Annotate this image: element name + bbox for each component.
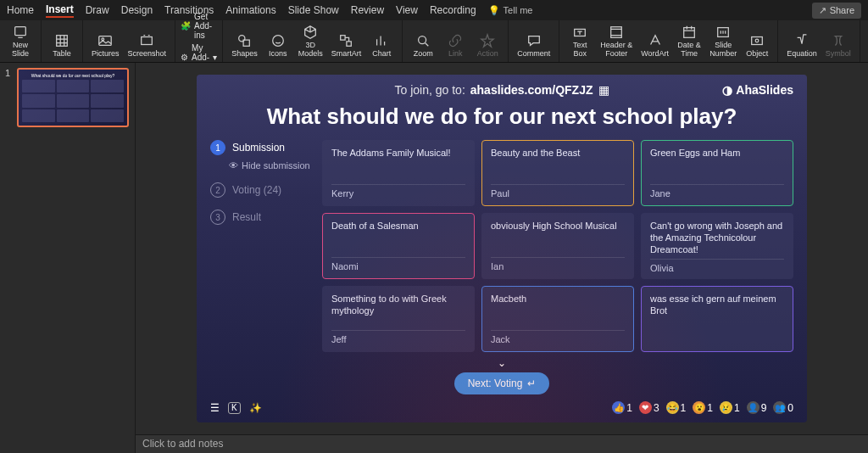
keyboard-icon[interactable]: K	[228, 402, 241, 414]
reaction-emoji: 😢	[720, 401, 732, 414]
menu-review[interactable]: Review	[351, 4, 384, 16]
svg-rect-4	[142, 37, 153, 45]
submission-card[interactable]: was esse ich gern auf meinem Brot	[641, 286, 793, 352]
screenshot-button[interactable]: Screenshot	[125, 31, 170, 60]
tell-me[interactable]: 💡 Tell me	[488, 5, 533, 16]
step-result[interactable]: 3Result	[210, 210, 312, 225]
reaction-count: 1	[626, 402, 632, 414]
next-voting-button[interactable]: Next: Voting ↵	[454, 372, 550, 394]
step-voting[interactable]: 2Voting (24)	[210, 182, 312, 198]
icons-button[interactable]: Icons	[263, 23, 293, 60]
reaction[interactable]: 👍1	[612, 401, 632, 414]
headerfooter-button[interactable]: Header & Footer	[597, 23, 636, 60]
submission-card[interactable]: Green Eggs and HamJane	[641, 140, 793, 206]
icons-icon	[270, 33, 286, 48]
get-addins-button[interactable]: 🧩Get Add-ins	[181, 12, 217, 40]
svg-rect-1	[57, 36, 68, 47]
slidenumber-button[interactable]: Slide Number	[706, 23, 740, 60]
svg-point-5	[239, 36, 245, 42]
submission-card[interactable]: Beauty and the BeastPaul	[481, 140, 634, 206]
reaction[interactable]: 😂1	[666, 401, 687, 414]
steps-sidebar: 1Submission 👁Hide submission 2Voting (24…	[210, 140, 312, 355]
equation-button[interactable]: Equation	[783, 31, 821, 60]
submission-card[interactable]: obviously High School MusicalIan	[481, 213, 634, 279]
textbox-icon	[572, 25, 587, 40]
qr-icon: ▦	[598, 83, 609, 97]
share-button[interactable]: ↗ Share	[812, 3, 861, 19]
wordart-button[interactable]: WordArt	[637, 23, 672, 60]
submission-author: Naomi	[331, 257, 465, 271]
reaction-count: 3	[654, 402, 659, 414]
submission-card[interactable]: The Addams Family Musical!Kerry	[322, 140, 475, 206]
reaction[interactable]: 👤9	[747, 401, 767, 414]
submission-text: was esse ich gern auf meinem Brot	[650, 294, 784, 317]
menu-insert[interactable]: Insert	[46, 3, 74, 18]
submission-card[interactable]: Can't go wrong with Joseph and the Amazi…	[641, 213, 793, 279]
chart-button[interactable]: Chart	[366, 23, 397, 60]
textbox-button[interactable]: Text Box	[565, 23, 595, 60]
slide-join-header: To join, go to: ahaslides.com/QFZJZ ▦ ◑ …	[197, 75, 807, 100]
submission-author: Kerry	[331, 184, 465, 199]
reaction-emoji: 😂	[666, 401, 679, 414]
submission-card[interactable]: MacbethJack	[481, 286, 634, 352]
svg-point-16	[755, 39, 759, 42]
menu-animations[interactable]: Animations	[225, 4, 275, 16]
reaction[interactable]: ❤3	[639, 401, 659, 414]
submission-card[interactable]: Something to do with Greek mythologyJeff	[322, 286, 475, 352]
link-button: Link	[440, 31, 470, 60]
table-button[interactable]: Table	[47, 31, 77, 60]
object-button[interactable]: Object	[742, 23, 772, 60]
hide-submission-button[interactable]: 👁Hide submission	[229, 160, 312, 171]
slide-thumbnail-1[interactable]: What should we do for our next school pl…	[17, 68, 129, 127]
reaction[interactable]: 😮1	[693, 401, 713, 414]
zoom-button[interactable]: Zoom	[408, 31, 438, 60]
svg-point-7	[272, 36, 283, 47]
ribbon: New Slide Table Pictures Screenshot 🧩Get…	[0, 20, 868, 63]
sparkle-icon[interactable]: ✨	[249, 402, 262, 414]
svg-rect-15	[752, 37, 763, 45]
bulb-icon: 💡	[488, 5, 500, 16]
submission-author: Paul	[491, 184, 625, 199]
notes-pane[interactable]: Click to add notes	[136, 434, 868, 453]
svg-point-10	[419, 36, 426, 44]
symbol-icon	[831, 33, 846, 48]
3d-models-button[interactable]: 3D Models	[295, 23, 326, 60]
datetime-button[interactable]: Date & Time	[674, 23, 704, 60]
submission-text: Macbeth	[491, 294, 625, 305]
menu-icon[interactable]: ☰	[210, 402, 220, 414]
object-icon	[749, 33, 765, 48]
reaction-count: 9	[761, 402, 767, 414]
reaction[interactable]: 👥0	[773, 401, 793, 414]
reaction-emoji: 👥	[773, 401, 786, 414]
chart-icon	[374, 33, 389, 48]
menu-design[interactable]: Design	[121, 4, 153, 16]
chevron-down-icon: ▾	[213, 53, 217, 62]
menu-view[interactable]: View	[396, 4, 418, 16]
smartart-button[interactable]: SmartArt	[328, 23, 365, 60]
svg-rect-13	[684, 28, 695, 38]
new-slide-button[interactable]: New Slide	[5, 23, 36, 60]
slide-thumbnails-panel[interactable]: 1 What should we do for our next school …	[0, 63, 136, 453]
pictures-button[interactable]: Pictures	[88, 31, 123, 60]
slidenumber-icon	[715, 25, 731, 40]
menu-slideshow[interactable]: Slide Show	[288, 4, 339, 16]
svg-rect-12	[611, 27, 622, 38]
menu-home[interactable]: Home	[7, 4, 34, 16]
reaction[interactable]: 😢1	[720, 401, 740, 414]
action-icon	[480, 33, 495, 48]
submission-text: Can't go wrong with Joseph and the Amazi…	[650, 221, 784, 255]
step-submission[interactable]: 1Submission	[210, 140, 312, 155]
svg-point-3	[102, 38, 104, 41]
slide-title: What should we do for our next school pl…	[197, 100, 807, 140]
submission-card[interactable]: Death of a SalesmanNaomi	[322, 213, 475, 279]
comment-button[interactable]: Comment	[514, 31, 554, 60]
expand-chevron[interactable]: ⌄	[197, 357, 807, 369]
ahaslides-logo: ◑ AhaSlides	[722, 83, 793, 97]
slide-canvas[interactable]: To join, go to: ahaslides.com/QFZJZ ▦ ◑ …	[197, 75, 807, 422]
pictures-icon	[97, 33, 113, 48]
menu-recording[interactable]: Recording	[430, 4, 476, 16]
shapes-button[interactable]: Shapes	[228, 23, 261, 60]
reaction-count: 1	[734, 402, 740, 414]
gear-icon: ⚙	[181, 53, 188, 62]
menu-draw[interactable]: Draw	[86, 4, 109, 16]
